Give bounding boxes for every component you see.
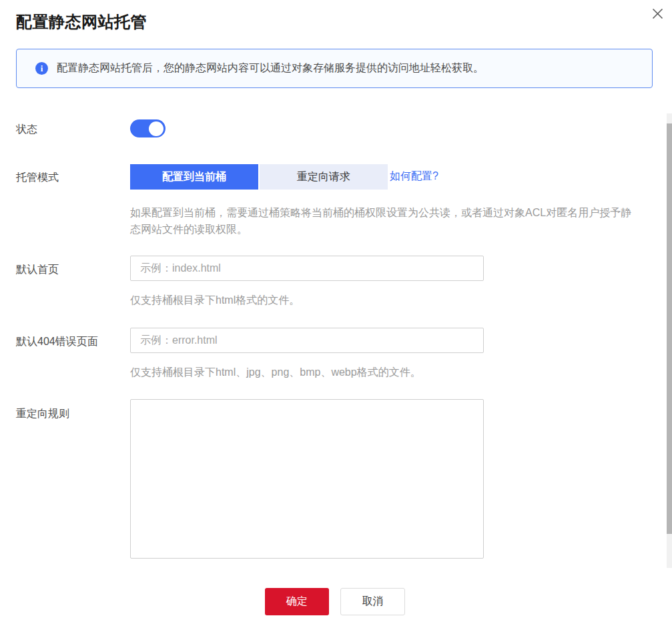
confirm-button[interactable]: 确定 (265, 588, 329, 615)
page-title: 配置静态网站托管 (16, 11, 147, 33)
status-label: 状态 (16, 123, 37, 137)
homepage-hint: 仅支持桶根目录下html格式的文件。 (130, 294, 300, 308)
hosting-mode-label: 托管模式 (16, 171, 59, 185)
redirect-rules-label: 重定向规则 (16, 407, 69, 421)
info-banner-text: 配置静态网站托管后，您的静态网站内容可以通过对象存储服务提供的访问地址轻松获取。 (57, 61, 484, 75)
error-page-hint: 仅支持桶根目录下html、jpg、png、bmp、webp格式的文件。 (130, 366, 421, 380)
close-icon (652, 8, 663, 19)
info-icon: i (35, 62, 48, 75)
scrollbar-thumb[interactable] (667, 123, 672, 534)
scrollbar-track[interactable] (667, 113, 672, 568)
error-page-label: 默认404错误页面 (16, 335, 98, 349)
tab-redirect-requests[interactable]: 重定向请求 (260, 164, 388, 190)
hosting-mode-description: 如果配置到当前桶，需要通过桶策略将当前桶的桶权限设置为公共读，或者通过对象ACL… (130, 204, 641, 238)
info-banner: i 配置静态网站托管后，您的静态网站内容可以通过对象存储服务提供的访问地址轻松获… (16, 49, 653, 88)
close-button[interactable] (649, 5, 665, 21)
redirect-rules-textarea[interactable] (130, 399, 484, 559)
static-website-hosting-dialog: 配置静态网站托管 i 配置静态网站托管后，您的静态网站内容可以通过对象存储服务提… (0, 0, 672, 620)
error-page-input[interactable] (130, 328, 484, 353)
status-toggle[interactable] (130, 119, 165, 137)
tab-host-in-current-bucket[interactable]: 配置到当前桶 (130, 164, 258, 190)
how-to-configure-link[interactable]: 如何配置? (390, 170, 438, 184)
toggle-knob-icon (149, 121, 163, 136)
cancel-button[interactable]: 取消 (340, 588, 405, 615)
homepage-label: 默认首页 (16, 263, 59, 277)
homepage-input[interactable] (130, 256, 484, 281)
hosting-mode-tabs: 配置到当前桶 重定向请求 (130, 164, 388, 190)
